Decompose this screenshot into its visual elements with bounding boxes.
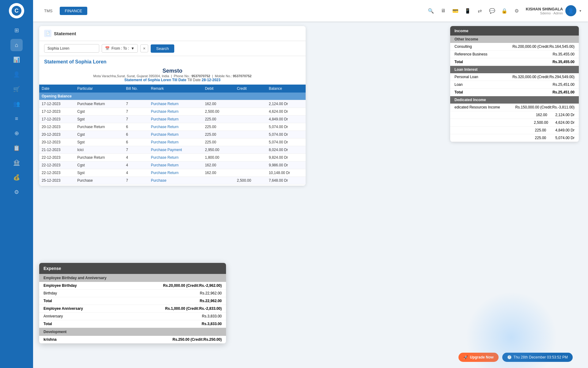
main-content: 📄 Statement Sophia Loren 📅 From : To : ▼…: [33, 21, 588, 368]
calendar-icon: 📅: [105, 46, 110, 51]
exp-row: Birthday Rs.22,962.00: [39, 290, 226, 297]
income-total-row: Total Rs.25,451.00: [450, 89, 579, 96]
remark-link[interactable]: Purchase Return: [151, 140, 179, 144]
dedicated-income-header: Dedicated Income: [450, 96, 579, 104]
user-profile[interactable]: KISHAN SHINGALA Sdemo · Admin 👤 ▼: [526, 5, 582, 16]
bg-decoration: [466, 291, 557, 368]
sidebar-item-grid[interactable]: ⊞: [10, 24, 23, 36]
wallet-icon[interactable]: 💳: [450, 6, 460, 16]
remark-link[interactable]: Purchase Return: [151, 155, 179, 160]
stmt-date-line: Statement of Sophia Loren Till Date Till…: [39, 78, 306, 82]
table-row: 20-12-2023Purchase Return6 Purchase Retu…: [39, 123, 306, 131]
income-row: 162.00 2,124.00 Dr: [450, 111, 579, 119]
sidebar-item-finance[interactable]: 💰: [10, 171, 23, 184]
table-row: 21-12-2023Icici7 Purchase Payment 2,950.…: [39, 146, 306, 154]
col-credit: Credit: [234, 85, 266, 93]
tablet-icon[interactable]: 📱: [463, 6, 473, 16]
exp-subsection-row: Employee Birthday Rs.20,000.00 (Credit:R…: [39, 282, 226, 290]
filter-bar: Sophia Loren 📅 From : To : ▼ × Search: [39, 41, 306, 56]
sidebar-item-chart[interactable]: 📊: [10, 54, 23, 66]
table-row: 17-12-2023Sgst7 Purchase Return 225.004,…: [39, 116, 306, 123]
date-range-label: From : To :: [111, 46, 129, 51]
lock-icon[interactable]: 🔒: [499, 6, 509, 16]
search-button[interactable]: Search: [151, 44, 174, 53]
remark-link[interactable]: Purchase Return: [151, 102, 179, 106]
nav-tab-tms[interactable]: TMS: [39, 7, 57, 15]
remark-link[interactable]: Purchase Return: [151, 117, 179, 121]
income-panel-title: Income: [450, 26, 579, 36]
clear-button[interactable]: ×: [140, 44, 148, 52]
exp-subsection-row: Employee Anniversary Rs.1,000.00 (Credit…: [39, 305, 226, 313]
table-row: 25-12-2023Cgst7 Purchase 225.007,423.00 …: [39, 184, 306, 186]
income-row: 2,500.00 4,624.00 Dr: [450, 119, 579, 127]
table-row: 22-12-2023Sgst4 Purchase Return 162.0010…: [39, 169, 306, 177]
col-balance: Balance: [266, 85, 306, 93]
income-row: edicated Resources Income Rs.150,000.00 …: [450, 104, 579, 111]
table-row: 20-12-2023Cgst6 Purchase Return 225.005,…: [39, 131, 306, 138]
remark-link[interactable]: Purchase Return: [151, 171, 179, 175]
remark-link[interactable]: Purchase: [151, 178, 167, 183]
sidebar-item-layers[interactable]: ≡: [10, 112, 23, 125]
sidebar: C ⊞ ⌂ 📊 👤 🛒 👥 ≡ ⊕ 📋 🏦 💰 ⚙: [0, 0, 33, 368]
statement-table: Date Particular Bill No. Remark Debit Cr…: [39, 85, 306, 186]
sidebar-item-home[interactable]: ⌂: [10, 39, 23, 51]
topnav: TMS FINANCE 🔍 🖥 💳 📱 ⇄ 💬 🔒 ⚙ KISHAN SHING…: [33, 0, 588, 21]
sidebar-item-support[interactable]: ⚙: [10, 186, 23, 198]
remark-link[interactable]: Purchase Return: [151, 163, 179, 167]
rocket-icon: 🚀: [463, 355, 468, 359]
sidebar-item-group[interactable]: ⊕: [10, 127, 23, 139]
remark-link[interactable]: Purchase Return: [151, 125, 179, 129]
exp-total-row: Total Rs.3,833.00: [39, 320, 226, 328]
table-row: 22-12-2023Cgst4 Purchase Return 162.009,…: [39, 161, 306, 169]
settings-icon[interactable]: ⚙: [512, 6, 522, 16]
col-billno: Bill No.: [124, 85, 149, 93]
expense-panel: Expense Employee Birthday and Anniversar…: [39, 263, 226, 343]
exchange-icon[interactable]: ⇄: [475, 6, 485, 16]
company-name: Semsto: [39, 68, 306, 74]
income-row: 225.00 5,074.00 Dr: [450, 134, 579, 142]
table-row: 22-12-2023Purchase Return4 Purchase Retu…: [39, 154, 306, 161]
panel-title: Statement: [54, 31, 76, 36]
sidebar-item-person[interactable]: 👥: [10, 98, 23, 110]
remark-link[interactable]: Purchase Return: [151, 109, 179, 114]
col-particular: Particular: [75, 85, 123, 93]
sidebar-item-cart[interactable]: 🛒: [10, 83, 23, 95]
income-row: Loan Rs.25,451.00: [450, 81, 579, 89]
income-panel: Income Other Income Consulting Rs.200,00…: [450, 26, 579, 142]
exp-total-row: Total Rs.22,962.00: [39, 297, 226, 305]
opening-balance-label: Opening Balance: [39, 93, 306, 100]
exp-row: krishna Rs.250.00 (Credit:Rs.250.00): [39, 336, 226, 343]
table-row: 20-12-2023Sgst6 Purchase Return 225.005,…: [39, 138, 306, 146]
customer-select[interactable]: Sophia Loren: [44, 44, 99, 53]
display-icon[interactable]: 🖥: [438, 6, 448, 16]
sidebar-item-bank[interactable]: 🏦: [10, 157, 23, 169]
chat-icon[interactable]: 💬: [487, 6, 497, 16]
avatar[interactable]: 👤: [565, 5, 576, 16]
statement-heading: Statement of Sophia Loren: [39, 56, 306, 66]
opening-balance-row: Opening Balance: [39, 93, 306, 100]
company-details: Mota Varachha,Surat, Surat, Gujarat 3950…: [39, 74, 306, 78]
date-range-picker[interactable]: 📅 From : To : ▼: [102, 44, 138, 53]
user-role: Sdemo · Admin: [526, 11, 563, 15]
user-name: KISHAN SHINGALA: [526, 7, 563, 11]
app-logo[interactable]: C: [9, 3, 24, 18]
emp-bday-section: Employee Birthday and Anniversary: [39, 274, 226, 282]
panel-header: 📄 Statement: [39, 26, 306, 41]
col-date: Date: [39, 85, 75, 93]
search-icon[interactable]: 🔍: [426, 6, 436, 16]
remark-link[interactable]: Purchase Return: [151, 132, 179, 137]
sidebar-item-book[interactable]: 📋: [10, 142, 23, 154]
chevron-down-icon: ▼: [579, 9, 582, 13]
nav-tab-finance[interactable]: FINANCE: [60, 7, 87, 15]
dropdown-icon: ▼: [131, 46, 134, 51]
remark-link[interactable]: Purchase Payment: [151, 148, 182, 152]
income-total-row: Total Rs.35,455.00: [450, 58, 579, 66]
expense-panel-title: Expense: [39, 263, 226, 274]
col-debit: Debit: [202, 85, 234, 93]
development-section: Development: [39, 328, 226, 336]
table-row: 17-12-2023Cgst7 Purchase Return 2,500.00…: [39, 108, 306, 116]
sidebar-item-users[interactable]: 👤: [10, 68, 23, 81]
statement-icon: 📄: [44, 30, 51, 37]
loan-interest-header: Loan Interest: [450, 66, 579, 73]
col-remark: Remark: [149, 85, 202, 93]
